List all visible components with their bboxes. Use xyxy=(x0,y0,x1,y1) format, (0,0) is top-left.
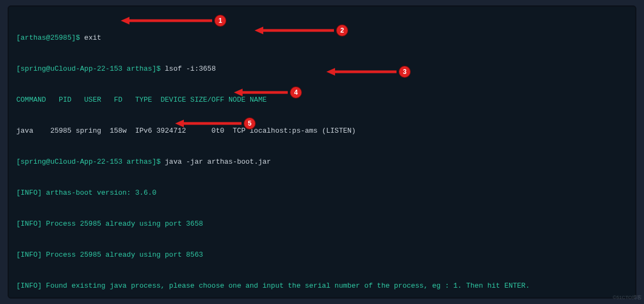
lsof-header: COMMAND PID USER FD TYPE DEVICE SIZE/OFF… xyxy=(16,95,628,105)
info-line: [INFO] arthas-boot version: 3.6.0 xyxy=(16,188,628,198)
watermark: ©51CTO博客 xyxy=(613,293,642,303)
prompt-bracket: [ xyxy=(16,34,21,42)
prompt-bracket-close: ]$ xyxy=(152,158,165,166)
command-java-jar: java -jar arthas-boot.jar xyxy=(165,158,271,166)
command-lsof: lsof -i:3658 xyxy=(165,65,216,73)
prompt-bracket: [ xyxy=(16,65,21,73)
info-line: [INFO] Found existing java process, plea… xyxy=(16,281,628,291)
terminal-window[interactable]: [arthas@25985]$ exit [spring@uCloud-App-… xyxy=(8,5,636,299)
command-exit: exit xyxy=(84,34,101,42)
prompt-user: spring@uCloud-App-22-153 arthas xyxy=(21,158,152,166)
prompt-bracket: [ xyxy=(16,158,21,166)
info-line: [INFO] Process 25985 already using port … xyxy=(16,219,628,229)
lsof-row: java 25985 spring 158w IPv6 3924712 0t0 … xyxy=(16,126,628,136)
prompt-exit: [arthas@25985]$ exit xyxy=(16,33,628,43)
prompt-bracket-close: ]$ xyxy=(152,65,165,73)
prompt-java: [spring@uCloud-App-22-153 arthas]$ java … xyxy=(16,157,628,167)
prompt-user: arthas@25985 xyxy=(21,34,72,42)
prompt-bracket-close: ]$ xyxy=(71,34,84,42)
prompt-lsof: [spring@uCloud-App-22-153 arthas]$ lsof … xyxy=(16,64,628,74)
info-line: [INFO] Process 25985 already using port … xyxy=(16,250,628,260)
prompt-user: spring@uCloud-App-22-153 arthas xyxy=(21,65,152,73)
